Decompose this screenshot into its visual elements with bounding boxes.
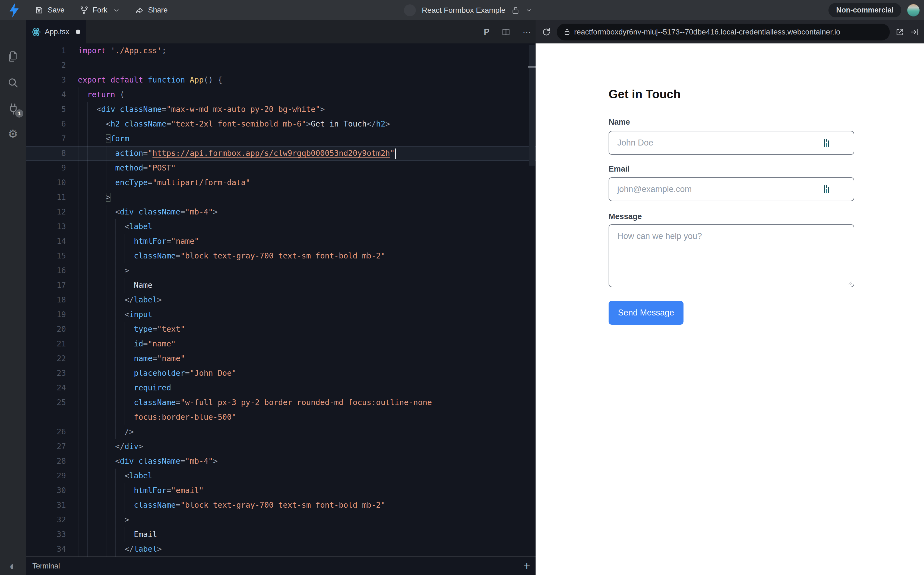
prettier-icon[interactable]: P — [484, 27, 489, 37]
code-line[interactable]: 26/> — [26, 425, 535, 439]
visibility-chevron-down-icon[interactable] — [526, 7, 532, 14]
code-line[interactable]: 29<label — [26, 469, 535, 483]
more-actions-icon[interactable]: ⋯ — [522, 27, 532, 37]
editor-scrollbar[interactable] — [529, 45, 535, 165]
code-line[interactable]: 5<div className="max-w-md mx-auto py-20 … — [26, 102, 535, 117]
code-line[interactable]: 21id="name" — [26, 337, 535, 351]
tab-app-tsx[interactable]: App.tsx — [26, 21, 86, 43]
code-line[interactable]: 2 — [26, 58, 535, 73]
split-editor-icon[interactable] — [502, 27, 511, 37]
send-message-button[interactable]: Send Message — [608, 301, 684, 325]
stackblitz-logo-icon[interactable] — [9, 3, 19, 17]
code-line[interactable]: 33Email — [26, 527, 535, 542]
name-field[interactable] — [608, 131, 854, 155]
code-line[interactable]: 18</label> — [26, 293, 535, 307]
code-line[interactable]: 9method="POST" — [26, 161, 535, 175]
password-manager-icon[interactable] — [823, 184, 830, 194]
line-number: 28 — [26, 454, 66, 469]
line-number: 24 — [26, 381, 66, 395]
line-number: 20 — [26, 322, 66, 337]
code-line[interactable]: 25className="w-full px-3 py-2 border rou… — [26, 395, 535, 410]
line-number: 25 — [26, 395, 66, 410]
code-line[interactable]: 8action="https://api.formbox.app/s/clw9r… — [26, 146, 535, 161]
overview-ruler-mark — [528, 66, 535, 68]
indent-guides — [78, 381, 134, 395]
code-line[interactable]: 11> — [26, 190, 535, 205]
code-line[interactable]: 31className="block text-gray-700 text-sm… — [26, 498, 535, 513]
code-line[interactable]: 4return ( — [26, 87, 535, 102]
indent-guides — [78, 132, 106, 146]
theme-toggle-icon[interactable]: ◐ — [0, 560, 26, 572]
line-number: 27 — [26, 439, 66, 454]
share-button[interactable]: Share — [135, 6, 168, 15]
password-manager-icon[interactable] — [823, 138, 830, 148]
code-line[interactable]: 16> — [26, 263, 535, 278]
page-title: Get in Touch — [608, 87, 854, 101]
url-lock-icon — [564, 29, 570, 36]
code-line[interactable]: 15className="block text-gray-700 text-sm… — [26, 249, 535, 263]
line-number: 12 — [26, 205, 66, 219]
code-line[interactable]: 30htmlFor="email" — [26, 483, 535, 498]
indent-guides — [78, 425, 125, 439]
url-bar[interactable]: reactformboxdyr6nv-miuj--5173--70dbe416.… — [557, 24, 890, 40]
license-badge[interactable]: Non-commercial — [829, 3, 901, 17]
activity-bar: 1 ⚙ ◐ — [0, 21, 26, 575]
fork-chevron-down-icon[interactable] — [113, 7, 120, 14]
code-line[interactable]: 28<div className="mb-4"> — [26, 454, 535, 469]
email-field[interactable] — [608, 177, 854, 201]
code-line[interactable]: 1import './App.css'; — [26, 43, 535, 58]
code-line[interactable]: 14htmlFor="name" — [26, 234, 535, 249]
code-line[interactable]: 20type="text" — [26, 322, 535, 337]
url-text: reactformboxdyr6nv-miuj--5173--70dbe416.… — [574, 28, 840, 37]
react-file-icon — [31, 27, 41, 37]
terminal-bar[interactable]: Terminal + — [26, 556, 535, 575]
code-line[interactable]: 13<label — [26, 219, 535, 234]
open-preview-panel-icon[interactable] — [910, 27, 919, 37]
code-line[interactable]: 22name="name" — [26, 351, 535, 366]
preview-pane: reactformboxdyr6nv-miuj--5173--70dbe416.… — [535, 21, 924, 575]
line-number: 22 — [26, 351, 66, 366]
code-line[interactable]: 17Name — [26, 278, 535, 293]
code-line[interactable]: 32> — [26, 513, 535, 527]
line-number: 19 — [26, 307, 66, 322]
code-line[interactable]: 19<input — [26, 307, 535, 322]
indent-guides — [78, 542, 125, 556]
code-line[interactable]: 34</label> — [26, 542, 535, 556]
stackblitz-window: Save Fork — [0, 0, 924, 575]
user-avatar[interactable] — [907, 4, 920, 17]
project-avatar — [404, 4, 416, 16]
line-number: 14 — [26, 234, 66, 249]
new-terminal-button[interactable]: + — [523, 560, 530, 572]
code-line[interactable]: 6<h2 className="text-2xl font-semibold m… — [26, 117, 535, 132]
code-line[interactable]: 24required — [26, 381, 535, 395]
code-line[interactable]: 12<div className="mb-4"> — [26, 205, 535, 219]
line-number: 32 — [26, 513, 66, 527]
message-field[interactable] — [608, 224, 854, 287]
files-icon[interactable] — [0, 50, 26, 63]
code-line[interactable]: 27</div> — [26, 439, 535, 454]
code-line[interactable]: 7<form — [26, 132, 535, 146]
save-label: Save — [48, 6, 65, 14]
textarea-resize-handle[interactable] — [847, 280, 852, 285]
terminal-label: Terminal — [32, 562, 60, 570]
code-line[interactable]: 3export default function App() { — [26, 73, 535, 87]
code-line[interactable]: 23placeholder="John Doe" — [26, 366, 535, 381]
code-editor[interactable]: 1import './App.css';23export default fun… — [26, 43, 535, 556]
line-number: 18 — [26, 293, 66, 307]
unlocked-icon[interactable] — [511, 6, 519, 15]
fork-button[interactable]: Fork — [80, 6, 108, 15]
line-number: 21 — [26, 337, 66, 351]
unsaved-dot-indicator — [76, 30, 80, 34]
code-line[interactable]: 10encType="multipart/form-data" — [26, 175, 535, 190]
line-number: 34 — [26, 542, 66, 556]
indent-guides — [78, 527, 134, 542]
search-icon[interactable] — [0, 76, 26, 89]
save-icon — [35, 6, 43, 15]
code-line-wrap[interactable]: focus:border-blue-500" — [26, 410, 535, 425]
line-number: 17 — [26, 278, 66, 293]
save-button[interactable]: Save — [35, 6, 65, 15]
fork-icon — [80, 6, 89, 15]
settings-gear-icon[interactable]: ⚙ — [0, 129, 26, 140]
open-external-icon[interactable] — [895, 27, 905, 37]
reload-icon[interactable] — [541, 27, 551, 37]
